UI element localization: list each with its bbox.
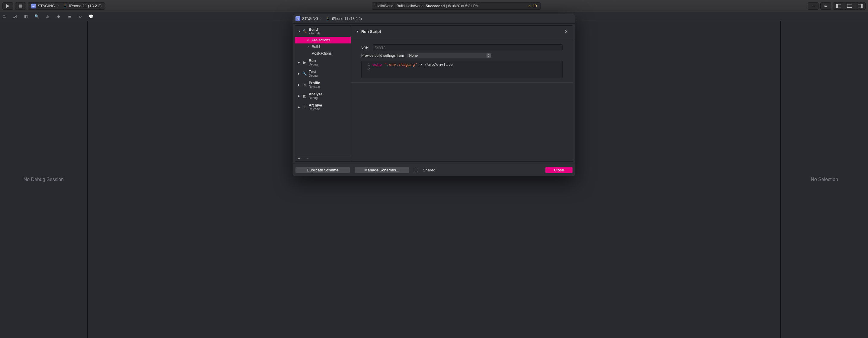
sidebar-analyze[interactable]: ▶ ◩ AnalyzeDebug [295,90,351,101]
hammer-icon: 🔨 [302,29,307,33]
sidebar-archive-title: Archive [309,103,322,107]
code-review-button[interactable]: ⇆ [820,2,831,10]
library-add-button[interactable]: ＋ [808,2,818,10]
disclosure-right-icon[interactable]: ▶ [298,94,300,97]
simulator-icon: 📱 [326,17,330,21]
main-toolbar: ◎ STAGING 〉 📱 iPhone 11 (13.2.2) HelloWo… [0,0,868,12]
script-kw: echo [372,62,382,67]
disclosure-down-icon[interactable]: ▼ [356,30,359,33]
gauge-icon: ⌾ [302,83,307,87]
sidebar-profile-title: Profile [309,81,320,85]
checkmark-icon: ✓ [307,45,310,49]
warning-count: 19 [533,4,537,8]
activity-project: HelloWorld [376,4,393,8]
script-editor[interactable]: 12 echo ".env.staging" > /tmp/envfile [361,61,563,78]
scheme-app-icon: ◎ [296,16,300,21]
activity-status: Succeeded [426,4,444,8]
toggle-navigator-button[interactable] [833,2,844,10]
svg-rect-0 [19,4,22,7]
pre-actions-label: Pre-actions [312,38,330,42]
scheme-editor-sheet: ◎ STAGING 〉 📱 iPhone 11 (13.2.2) ▼ 🔨 Bui… [293,14,575,176]
toggle-inspector-button[interactable] [855,2,866,10]
section-title: Run Script [361,29,381,34]
sidebar-analyze-sub: Debug [309,96,322,100]
disclosure-right-icon[interactable]: ▶ [298,105,300,109]
remove-run-script-button[interactable]: ✕ [565,29,568,34]
scheme-name: STAGING [38,4,55,8]
svg-rect-4 [847,7,852,8]
play-icon: ▶ [302,60,307,65]
scheme-content: ▼ Run Script ✕ Shell Provide build setti… [351,25,573,162]
updown-stepper-icon: ▲▼ [487,54,491,58]
chevron-right-icon: 〉 [57,3,61,9]
sidebar-run[interactable]: ▶ ▶ RunDebug [295,57,351,68]
simulator-icon: 📱 [63,4,68,8]
line-gutter: 12 [362,61,372,78]
sidebar-analyze-title: Analyze [309,92,322,96]
checkmark-icon: ✓ [307,38,310,42]
crumb-scheme[interactable]: STAGING [302,17,318,21]
shell-label: Shell [361,45,370,50]
disclosure-right-icon[interactable]: ▶ [298,61,300,64]
disclosure-right-icon[interactable]: ▶ [298,83,300,86]
activity-pill[interactable]: HelloWorld | Build HelloWorld: Succeeded… [372,2,541,10]
panel-toggles [833,2,866,10]
duplicate-scheme-button[interactable]: Duplicate Scheme [296,167,350,173]
script-rest: > /tmp/envfile [417,62,453,67]
sidebar-test-title: Test [309,70,317,74]
shared-checkbox[interactable] [414,168,418,172]
stop-button[interactable] [15,2,26,10]
archive-icon: ⇪ [302,105,307,109]
sidebar-build[interactable]: ▼ 🔨 Build 2 targets [295,26,351,37]
crumb-destination[interactable]: iPhone 11 (13.2.2) [332,17,362,21]
post-actions-label: Post-actions [312,51,332,56]
disclosure-down-icon[interactable]: ▼ [298,30,300,33]
svg-rect-2 [836,4,838,8]
sidebar-build-item[interactable]: ✓ Build [295,43,351,50]
warning-icon: ⚠︎ [528,4,531,8]
sidebar-test-sub: Debug [309,74,317,77]
sidebar-build-sub: 2 targets [309,32,320,35]
sidebar-run-sub: Debug [309,63,317,66]
sidebar-run-title: Run [309,59,317,63]
build-settings-from-popup[interactable]: None ▲▼ [407,53,491,58]
destination-name: iPhone 11 (13.2.2) [69,4,102,8]
manage-schemes-button[interactable]: Manage Schemes... [354,167,409,173]
build-settings-from-label: Provide build settings from [361,54,404,58]
disclosure-right-icon[interactable]: ▶ [298,72,300,75]
add-action-button[interactable]: ＋ [297,156,301,161]
sidebar-build-title: Build [309,27,320,32]
sidebar-archive-sub: Release [309,107,322,111]
scheme-breadcrumb: ◎ STAGING 〉 📱 iPhone 11 (13.2.2) [293,14,575,23]
sidebar-profile[interactable]: ▶ ⌾ ProfileRelease [295,79,351,90]
run-button[interactable] [2,2,13,10]
sidebar-pre-actions[interactable]: ✓ Pre-actions [295,37,351,43]
analyze-icon: ◩ [302,94,307,98]
sidebar-post-actions[interactable]: Post-actions [295,50,351,57]
activity-action: Build HelloWorld: [397,4,424,8]
script-text[interactable]: echo ".env.staging" > /tmp/envfile [372,61,562,78]
remove-action-button[interactable]: － [305,156,309,161]
scheme-app-icon: ◎ [31,4,36,8]
wrench-icon: 🔧 [302,71,307,76]
sidebar-profile-sub: Release [309,85,320,88]
build-settings-from-value: None [409,54,418,58]
chevron-right-icon: 〉 [320,16,323,22]
close-button[interactable]: Close [546,167,572,173]
shell-input[interactable] [373,44,563,51]
sidebar-archive[interactable]: ▶ ⇪ ArchiveRelease [295,101,351,113]
activity-timestamp: 8/16/20 at 5:31 PM [448,4,479,8]
warning-badge[interactable]: ⚠︎ 19 [528,4,537,8]
svg-rect-6 [861,4,863,8]
toggle-debug-area-button[interactable] [844,2,855,10]
scheme-selector[interactable]: ◎ STAGING 〉 📱 iPhone 11 (13.2.2) [28,2,105,10]
scheme-action-sidebar: ▼ 🔨 Build 2 targets ✓ Pre-actions ✓ Buil… [295,25,351,162]
script-str: ".env.staging" [384,62,417,67]
shared-label: Shared [423,168,435,172]
activity-view: HelloWorld | Build HelloWorld: Succeeded… [113,2,800,10]
build-item-label: Build [312,45,320,49]
sidebar-test[interactable]: ▶ 🔧 TestDebug [295,68,351,79]
